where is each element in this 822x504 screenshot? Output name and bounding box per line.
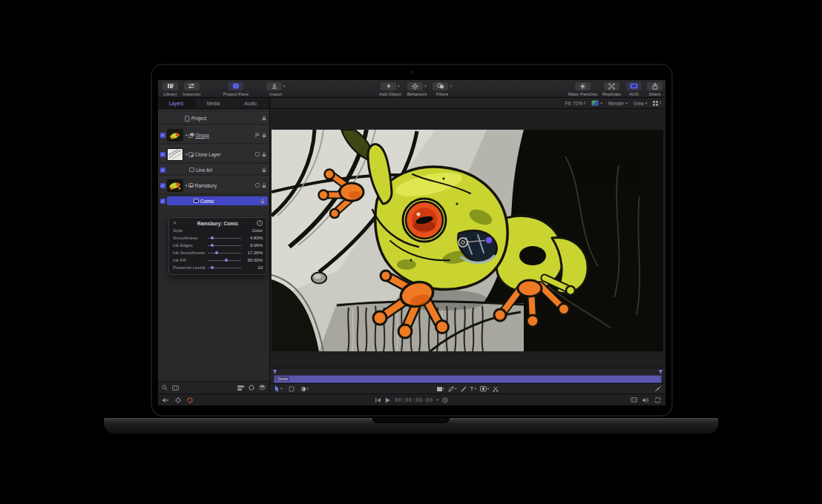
lock-icon[interactable] bbox=[262, 133, 266, 138]
chevron-down-icon: ▾ bbox=[645, 102, 648, 105]
layer-row-clone-layer[interactable]: ✓ ▾ Clone Layer bbox=[158, 145, 269, 163]
replicate-button[interactable]: Replicate bbox=[602, 82, 621, 97]
loop-record-icon[interactable] bbox=[187, 397, 193, 403]
badge-icon[interactable] bbox=[255, 183, 260, 188]
flag-icon[interactable] bbox=[255, 133, 260, 138]
playhead-marker-right[interactable] bbox=[659, 370, 662, 374]
laptop-screen: Library Inspector Project Pane ▾ Import … bbox=[152, 65, 671, 415]
share-icon bbox=[647, 82, 662, 90]
layer-row-project[interactable]: Project bbox=[158, 112, 269, 125]
timecode-display[interactable]: 00:00:00:00 bbox=[395, 397, 433, 403]
layer-checkbox[interactable]: ✓ bbox=[160, 168, 165, 173]
frog-eye bbox=[403, 199, 446, 242]
disclosure-triangle-icon[interactable]: ▾ bbox=[185, 133, 188, 137]
bezier-tool[interactable]: ▾ bbox=[448, 386, 457, 392]
search-icon[interactable] bbox=[162, 385, 168, 391]
speaker-icon[interactable] bbox=[642, 397, 649, 403]
timeline-clip-bar[interactable]: Comic bbox=[274, 375, 662, 383]
layer-row-group[interactable]: ✓ ▾ Group bbox=[158, 126, 269, 144]
ramsbury-thumbnail bbox=[167, 179, 183, 192]
lock-icon[interactable] bbox=[262, 168, 266, 173]
canvas-viewport[interactable] bbox=[270, 109, 665, 368]
chevron-down-icon: ▾ bbox=[487, 387, 490, 391]
behaviors-label: Behaviors bbox=[407, 91, 427, 97]
layer-row-comic[interactable]: ✓ Comic bbox=[158, 196, 269, 206]
play-button[interactable] bbox=[385, 397, 391, 403]
library-label: Library bbox=[163, 91, 177, 97]
render-menu[interactable]: Render▾ bbox=[608, 101, 628, 106]
clock-icon[interactable] bbox=[442, 397, 448, 403]
select-tool[interactable]: ▾ bbox=[274, 385, 283, 392]
playhead-marker-left[interactable] bbox=[273, 370, 277, 374]
filmstrip-icon[interactable] bbox=[172, 385, 179, 391]
lock-icon[interactable] bbox=[262, 152, 266, 157]
hud-button[interactable]: HUD bbox=[626, 82, 642, 97]
inspector-icon bbox=[184, 82, 200, 90]
crosshair-icon[interactable] bbox=[175, 397, 181, 403]
filters-button[interactable]: ▾ Filters bbox=[433, 82, 452, 97]
inspector-button[interactable]: Inspector bbox=[183, 82, 201, 97]
layer-row-line-art[interactable]: ✓ Line Art bbox=[158, 165, 269, 175]
project-pane-button[interactable]: Project Pane bbox=[223, 82, 249, 97]
zoom-level-control[interactable]: Fit: 70%▴▾ bbox=[565, 101, 586, 106]
chevron-down-icon[interactable]: ▾ bbox=[437, 398, 439, 402]
layer-row-ramsbury[interactable]: ✓ ▾ Ramsbury bbox=[158, 176, 269, 194]
lock-icon[interactable] bbox=[262, 183, 266, 188]
make-particles-button[interactable]: Make Particles bbox=[568, 82, 597, 97]
view-menu[interactable]: View▾ bbox=[634, 101, 648, 106]
layer-checkbox[interactable]: ✓ bbox=[160, 133, 165, 138]
ring-view-icon[interactable] bbox=[249, 385, 254, 391]
transport-bar: 00:00:00:00 ▾ bbox=[158, 394, 665, 405]
stepper-icon: ▴▾ bbox=[660, 101, 661, 105]
loop-icon[interactable] bbox=[654, 397, 661, 403]
info-icon[interactable]: i bbox=[257, 220, 263, 226]
tab-layers[interactable]: Layers bbox=[158, 98, 195, 108]
layer-checkbox[interactable]: ✓ bbox=[160, 183, 165, 188]
fill-tool[interactable]: ▾ bbox=[300, 386, 309, 392]
gear-handle-icon[interactable] bbox=[458, 238, 467, 247]
channels-control[interactable]: ▾ bbox=[591, 100, 602, 106]
control-point[interactable] bbox=[486, 237, 493, 244]
lock-icon[interactable] bbox=[262, 116, 266, 121]
cut-tool[interactable] bbox=[493, 386, 499, 392]
library-icon bbox=[162, 82, 178, 90]
layer-checkbox[interactable]: ✓ bbox=[160, 152, 165, 157]
layer-checkbox[interactable]: ✓ bbox=[160, 199, 165, 204]
bark bbox=[319, 303, 524, 351]
hud-row-value: 10 bbox=[243, 265, 263, 270]
posterize-levels-slider[interactable] bbox=[208, 264, 241, 271]
filmstrip-icon[interactable] bbox=[631, 397, 637, 402]
layout-control[interactable]: ▴▾ bbox=[653, 101, 661, 106]
disclosure-triangle-icon[interactable]: ▾ bbox=[185, 183, 188, 188]
rectangle-tool[interactable]: ▾ bbox=[437, 387, 445, 391]
style-popup[interactable]: Color bbox=[243, 228, 263, 233]
ink-edges-slider[interactable] bbox=[208, 242, 241, 249]
mute-icon[interactable] bbox=[162, 397, 169, 403]
tab-audio[interactable]: Audio bbox=[232, 98, 269, 108]
layers-view-icon[interactable] bbox=[237, 385, 244, 391]
tab-media[interactable]: Media bbox=[195, 98, 232, 108]
transform-tool[interactable] bbox=[289, 386, 295, 392]
behaviors-button[interactable]: ▾ Behaviors bbox=[407, 82, 427, 97]
keyframe-curve-icon[interactable] bbox=[655, 386, 661, 392]
add-object-button[interactable]: ▾ Add Object bbox=[379, 82, 401, 97]
library-button[interactable]: Library bbox=[162, 82, 178, 97]
badge-icon[interactable] bbox=[255, 152, 260, 156]
close-icon[interactable]: ✕ bbox=[173, 220, 177, 225]
hud-row-ink-fill: Ink Fill 50.00% bbox=[173, 256, 263, 264]
share-button[interactable]: Share bbox=[647, 82, 662, 97]
lock-icon[interactable] bbox=[260, 199, 265, 204]
previous-frame-button[interactable] bbox=[375, 397, 381, 403]
smoothness-slider[interactable] bbox=[208, 234, 241, 242]
line-tool[interactable] bbox=[461, 386, 467, 392]
ink-fill-slider[interactable] bbox=[208, 256, 241, 264]
import-button[interactable]: ▾ Import bbox=[266, 82, 286, 97]
chevron-down-icon: ▾ bbox=[450, 84, 452, 88]
stack-view-icon[interactable] bbox=[259, 385, 266, 391]
disclosure-triangle-icon[interactable]: ▾ bbox=[185, 152, 188, 156]
mini-timeline[interactable]: Comic bbox=[270, 368, 665, 383]
toolbar-right-group: Make Particles Replicate HUD Share bbox=[568, 82, 662, 97]
ink-smoothness-slider[interactable] bbox=[208, 249, 241, 256]
mask-tool[interactable]: ▾ bbox=[480, 386, 490, 391]
text-tool[interactable]: T▾ bbox=[470, 386, 476, 392]
